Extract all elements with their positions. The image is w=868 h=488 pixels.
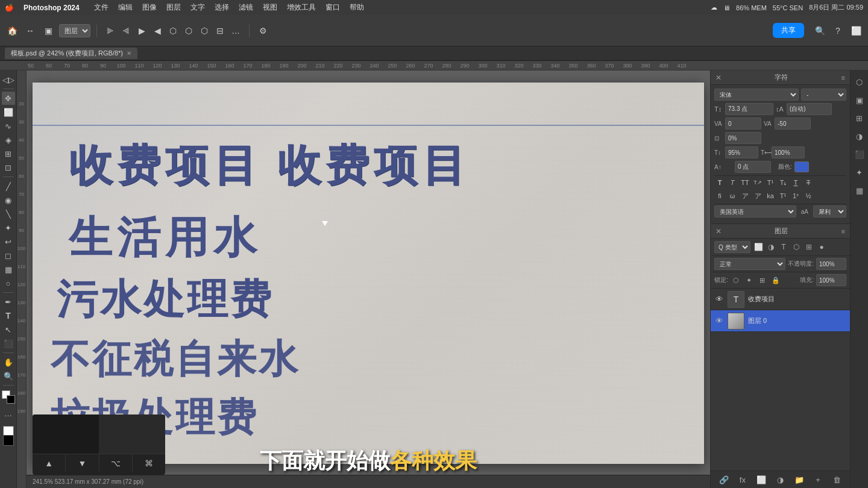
bottom-btn-cmd[interactable]: ⌘ [133, 454, 165, 472]
more-align-btn[interactable]: … [228, 23, 243, 38]
frame-tool[interactable]: ⊡ [2, 161, 15, 174]
history-btn[interactable]: ⊞ [853, 111, 866, 125]
aa-select[interactable]: 犀利 [813, 205, 846, 217]
bottom-btn-up[interactable]: ▲ [33, 454, 66, 472]
text-color-swatch[interactable] [794, 161, 809, 172]
mode-select[interactable]: 图层 [59, 24, 90, 37]
background-color[interactable] [7, 395, 15, 404]
blend-mode-select[interactable]: 正常 [714, 258, 785, 270]
apple-icon[interactable]: 🍎 [5, 4, 14, 12]
super-btn[interactable]: T¹ [765, 177, 776, 188]
char-panel-close-btn[interactable]: ✕ [715, 74, 722, 82]
distribute-btn[interactable]: ⬡ [166, 23, 180, 38]
opacity-input[interactable] [816, 258, 846, 270]
add-style-btn[interactable]: fx [737, 474, 749, 486]
path-select-tool[interactable]: ↖ [2, 323, 15, 336]
share-button[interactable]: 共享 [773, 23, 804, 38]
layer-type-filter[interactable]: Q 类型 [714, 241, 750, 253]
settings-btn[interactable]: ⚙ [256, 23, 270, 38]
select-subject-tool[interactable]: ◈ [2, 133, 15, 146]
italic-btn[interactable]: T [727, 177, 738, 188]
canvas-area[interactable]: 收费项目 收费项目 生活用水 污水处理费 不征税自来水 垃圾处理费 下面就开始做… [27, 70, 710, 488]
add-mask-btn[interactable]: ⬜ [755, 474, 767, 486]
patterns-btn[interactable]: ✦ [853, 166, 866, 179]
align-left-btn[interactable]: ⫸ [103, 23, 118, 38]
lock-position-btn[interactable]: ✦ [744, 275, 755, 286]
filter-pixel-btn[interactable]: ⬜ [753, 242, 764, 252]
vscale-input[interactable] [725, 146, 758, 158]
titling-btn[interactable]: T¹ [778, 190, 788, 201]
gradient-tool[interactable]: ▦ [2, 263, 15, 276]
clone-stamp-tool[interactable]: ✦ [2, 221, 15, 234]
layer-item[interactable]: 👁 图层 0 [711, 310, 850, 332]
move-tool[interactable]: ✥ [2, 92, 15, 105]
filter-type-btn[interactable]: T [778, 242, 789, 252]
filter-smart-btn[interactable]: ⊞ [804, 242, 814, 252]
add-group-btn[interactable]: 📁 [793, 474, 805, 486]
lasso-tool[interactable]: ∿ [2, 119, 15, 133]
swatches-btn[interactable]: ⬛ [853, 148, 866, 161]
menu-help[interactable]: 帮助 [350, 2, 364, 13]
small-swatch2[interactable] [3, 435, 14, 446]
properties-btn[interactable]: ⬡ [853, 75, 866, 89]
align-center-btn[interactable]: ⫷ [119, 23, 133, 38]
extra-tools-btn[interactable]: … [2, 407, 15, 420]
fill-input[interactable] [816, 274, 846, 286]
frac-btn[interactable]: ア [740, 190, 750, 201]
selection-mode-btn[interactable]: ▣ [41, 23, 55, 38]
bold-btn[interactable]: T [714, 177, 725, 188]
delete-layer-btn[interactable]: 🗑 [831, 474, 843, 486]
filter-artboard-btn[interactable]: ● [816, 242, 827, 252]
menu-layer[interactable]: 图层 [166, 2, 181, 13]
kerning-input[interactable] [775, 117, 811, 130]
distribute2-btn[interactable]: ⬡ [181, 23, 196, 38]
tracking-input[interactable] [725, 117, 761, 130]
layers-panel-menu-icon[interactable]: ≡ [841, 228, 845, 235]
layer-visibility-btn[interactable]: 👁 [714, 316, 724, 326]
language-select[interactable]: 美国英语 [714, 205, 796, 217]
font-style-select[interactable]: - [801, 89, 846, 101]
help-btn[interactable]: ? [831, 23, 845, 38]
hand-tool[interactable]: ✋ [2, 355, 15, 369]
shape-tool[interactable]: ⬛ [2, 337, 15, 350]
font-family-select[interactable]: 宋体 [714, 89, 799, 101]
baseline-input[interactable] [735, 161, 771, 173]
eraser-tool[interactable]: ◻ [2, 249, 15, 262]
bottom-btn-alt[interactable]: ⌥ [99, 454, 133, 472]
rect-select-tool[interactable]: ⬜ [2, 105, 15, 119]
bottom-btn-down[interactable]: ▼ [66, 454, 99, 472]
menu-image[interactable]: 图像 [142, 2, 157, 13]
home-button[interactable]: 🏠 [5, 23, 19, 38]
underline-btn[interactable]: T [790, 177, 801, 188]
font-size-input[interactable] [725, 103, 773, 115]
filter-adjustment-btn[interactable]: ◑ [766, 242, 776, 252]
add-layer-btn[interactable]: + [812, 474, 824, 486]
eyedropper-tool[interactable]: ╱ [2, 180, 15, 193]
lock-all-btn[interactable]: 🔒 [770, 275, 781, 286]
brush-tool[interactable]: ╲ [2, 207, 15, 221]
history-brush-tool[interactable]: ↩ [2, 235, 15, 248]
active-tab[interactable]: 模板.psd @ 242% (收费项目, RGB/8*) ✕ [5, 48, 137, 59]
search-btn[interactable]: 🔍 [813, 23, 827, 38]
char-panel-menu-icon[interactable]: ≡ [841, 74, 845, 81]
menu-select[interactable]: 选择 [215, 2, 229, 13]
menu-edit[interactable]: 编辑 [118, 2, 133, 13]
layer-visibility-btn[interactable]: 👁 [714, 295, 724, 304]
adjustments-btn[interactable]: ◑ [853, 130, 866, 143]
spot-heal-tool[interactable]: ◉ [2, 193, 15, 207]
disc-btn[interactable]: ½ [803, 190, 814, 201]
contextual-btn[interactable]: 1ˢ [790, 190, 801, 201]
link-layers-btn[interactable]: 🔗 [718, 474, 730, 486]
distribute3-btn[interactable]: ⬡ [197, 23, 212, 38]
tab-close-btn[interactable]: ✕ [127, 50, 131, 57]
hscale2-input[interactable] [772, 146, 805, 158]
panel-collapse-btn[interactable]: ◁▷ [2, 73, 15, 86]
align-top-btn[interactable]: ◀ [150, 23, 165, 38]
layer-item[interactable]: 👁 T 收费项目 [711, 289, 850, 310]
align-right-btn[interactable]: ▶ [134, 23, 149, 38]
allcaps-btn[interactable]: TT [740, 177, 750, 188]
menu-window[interactable]: 窗口 [326, 2, 340, 13]
move-tool-btn[interactable]: ↔ [23, 23, 37, 38]
window-btn[interactable]: ⬜ [849, 23, 863, 38]
menu-file[interactable]: 文件 [94, 2, 108, 13]
